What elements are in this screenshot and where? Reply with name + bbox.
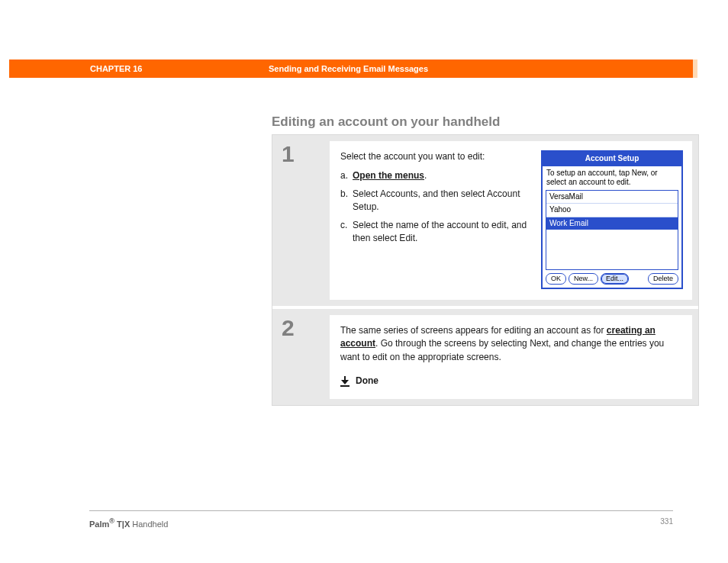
substep-letter: a. [340, 169, 353, 182]
step-intro: Select the account you want to edit: [340, 150, 527, 163]
palm-account-list: VersaMail Yahoo Work Email [546, 190, 678, 271]
done-label: Done [356, 375, 378, 388]
substep-letter: c. [340, 219, 353, 246]
palm-hint: To setup an account, tap New, or select … [543, 166, 681, 190]
palm-delete-button[interactable]: Delete [648, 273, 678, 285]
palm-button-row: OK New... Edit... Delete [543, 270, 681, 288]
step-body: The same series of screens appears for e… [330, 315, 692, 399]
palm-edit-button[interactable]: Edit... [601, 273, 629, 285]
steps-container: 1 Select the account you want to edit: a… [272, 134, 699, 406]
step-body: Select the account you want to edit: a. … [330, 141, 692, 300]
substep-text: Select the name of the account to edit, … [353, 219, 527, 246]
substep-text: Open the menus. [353, 169, 527, 182]
chapter-title: Sending and Receiving Email Messages [269, 60, 428, 78]
chapter-label: CHAPTER 16 [90, 60, 142, 78]
step-row: 1 Select the account you want to edit: a… [272, 135, 698, 309]
footer-brand: Palm® T|X Handheld [89, 517, 168, 529]
palm-new-button[interactable]: New... [569, 273, 598, 285]
step-number: 2 [282, 315, 330, 341]
palm-title: Account Setup [543, 152, 681, 166]
open-menus-link[interactable]: Open the menus [353, 170, 424, 181]
done-arrow-icon [340, 376, 350, 387]
palm-screenshot: Account Setup To setup an account, tap N… [541, 150, 683, 289]
section-heading: Editing an account on your handheld [272, 114, 500, 130]
page-number: 331 [660, 517, 673, 526]
step-number: 1 [282, 141, 330, 167]
substep-letter: b. [340, 188, 353, 214]
step-number-cell: 2 [272, 309, 330, 405]
chapter-header-bar: CHAPTER 16 Sending and Receiving Email M… [9, 60, 697, 78]
step-row: 2 The same series of screens appears for… [272, 309, 698, 405]
substep: a. Open the menus. [340, 169, 527, 182]
palm-list-spacer [546, 230, 678, 269]
substep-text: Select Accounts, and then select Account… [353, 188, 527, 214]
footer-rule [89, 510, 673, 511]
palm-ok-button[interactable]: OK [546, 273, 566, 285]
step-text: Select the account you want to edit: a. … [340, 150, 527, 249]
step-number-cell: 1 [272, 135, 330, 306]
palm-list-item[interactable]: Yahoo [546, 203, 678, 217]
substep: b. Select Accounts, and then select Acco… [340, 188, 527, 214]
palm-list-item[interactable]: VersaMail [546, 191, 678, 204]
palm-list-item-selected[interactable]: Work Email [546, 217, 678, 230]
substep: c. Select the name of the account to edi… [340, 219, 527, 246]
done-indicator: Done [340, 375, 683, 388]
step-paragraph: The same series of screens appears for e… [340, 324, 683, 364]
